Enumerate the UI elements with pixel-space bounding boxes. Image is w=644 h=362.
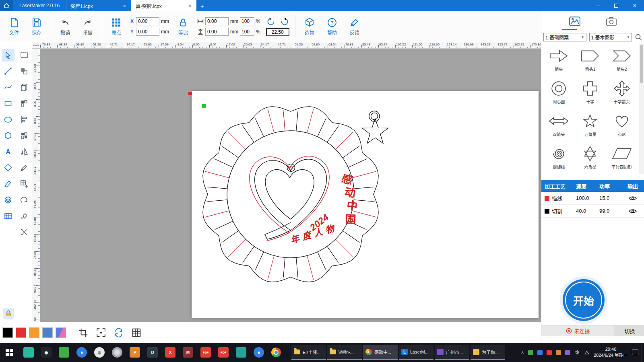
group-tool[interactable] [18, 129, 31, 142]
pattern-library-icon[interactable] [569, 16, 581, 27]
taskbar-app-icon[interactable]: e [254, 347, 264, 358]
array-tool[interactable] [18, 97, 31, 110]
shape-item-arrow[interactable]: 箭头 [543, 43, 574, 76]
maximize-button[interactable] [607, 0, 625, 11]
chrome-icon[interactable] [271, 348, 281, 357]
cut-mark-tool[interactable] [18, 226, 31, 239]
taskbar-app-icon[interactable] [112, 347, 122, 358]
mirror-tool[interactable] [18, 145, 31, 158]
shape-item-star6[interactable]: 六角星 [574, 141, 606, 174]
pen-tool[interactable] [18, 161, 31, 174]
shape-item-spiral[interactable]: 螺旋线 [543, 141, 574, 174]
color-swatch-red[interactable] [16, 327, 26, 338]
visibility-eye-icon[interactable] [629, 196, 637, 201]
fill-tool[interactable] [18, 210, 31, 222]
artboard[interactable]: 感 动 中 国 2024 年度人物 [192, 91, 539, 318]
x-input[interactable] [136, 17, 159, 25]
new-tab-button[interactable]: + [196, 0, 208, 11]
shape-scrollbar[interactable] [639, 43, 644, 174]
create-button[interactable]: 造物 [301, 17, 318, 36]
network-icon[interactable] [584, 350, 590, 355]
visibility-eye-icon[interactable] [629, 209, 637, 214]
taskbar-window-gz[interactable]: 广州市... [435, 345, 469, 360]
lock-tool[interactable] [3, 308, 14, 319]
file-button[interactable]: 文件 [6, 17, 23, 36]
camera-icon[interactable] [606, 16, 617, 26]
node-edit-tool[interactable] [18, 65, 31, 78]
color-swatch-blue[interactable] [42, 327, 53, 338]
shape-item-arrow2[interactable]: 箭头2 [606, 43, 638, 76]
volume-icon[interactable] [574, 350, 580, 355]
diamond-tool[interactable] [2, 161, 14, 174]
knife-tool[interactable] [2, 177, 14, 190]
y-input[interactable] [136, 28, 159, 36]
search-icon[interactable] [635, 33, 642, 41]
tray-app-icon[interactable] [565, 350, 570, 355]
taskbar-app-icon[interactable] [59, 347, 69, 358]
center-focus-icon[interactable] [96, 328, 106, 337]
connection-status[interactable]: 未连接 [541, 325, 615, 336]
shape-item-arrow1[interactable]: 箭头1 [574, 43, 606, 76]
text-tool[interactable]: A [2, 145, 14, 158]
medal-design[interactable]: 感 动 中 国 2024 年度人物 [192, 91, 539, 318]
copy-tool[interactable] [18, 81, 31, 94]
process-row-cut[interactable]: 切割 40.0 99.0 [541, 205, 644, 218]
taskbar-window-wly[interactable]: 为了你... [471, 345, 505, 360]
subcategory-dropdown[interactable]: 1.基本图形 ▼ [589, 33, 632, 41]
taskbar-app-icon[interactable] [236, 347, 246, 358]
origin-marker[interactable] [202, 104, 206, 108]
scrollbar-thumb[interactable] [640, 45, 643, 83]
taskbar-window-lasermaker[interactable]: L LaserM... [399, 345, 433, 360]
taskbar-app-icon[interactable]: ◉ [41, 347, 52, 358]
tray-app-icon[interactable] [537, 350, 543, 355]
offset-tool[interactable] [18, 193, 31, 206]
crop-icon[interactable] [78, 328, 88, 337]
shape-item-concentric-circles[interactable]: 同心圆 [543, 76, 574, 109]
shape-item-cross-arrow[interactable]: 十字箭头 [606, 76, 638, 109]
width-percent-input[interactable] [240, 17, 254, 25]
help-button[interactable]: ? 帮助 [324, 17, 341, 36]
notification-center-icon[interactable] [632, 350, 638, 355]
taskbar-window-browser[interactable]: 感动中... [363, 345, 398, 360]
home-button[interactable] [0, 0, 13, 11]
rotate-ccw-button[interactable] [266, 17, 276, 27]
align-tool[interactable] [18, 113, 31, 126]
tab-close-icon[interactable]: × [187, 3, 192, 9]
taskbar-app-icon[interactable]: ◎ [94, 347, 105, 358]
grid-plus-tool[interactable] [18, 177, 31, 190]
redo-button[interactable]: 重做 [79, 17, 96, 36]
polygon-tool[interactable] [2, 129, 14, 142]
laser-position-marker[interactable] [188, 92, 192, 95]
shape-item-heart[interactable]: 心形 [606, 109, 638, 141]
show-desktop-button[interactable] [642, 343, 644, 362]
rotate-cw-button[interactable] [280, 17, 289, 27]
rectangle-tool[interactable] [2, 97, 14, 110]
taskbar-app-icon[interactable]: PDF [200, 347, 211, 358]
shape-item-cross[interactable]: 十字 [574, 76, 606, 109]
taskbar-app-icon[interactable] [23, 347, 34, 358]
taskbar-app-icon[interactable]: e [76, 347, 87, 358]
curve-tool[interactable] [2, 81, 14, 94]
height-input[interactable] [205, 28, 229, 36]
color-swatch-split[interactable] [56, 327, 66, 338]
feedback-button[interactable]: 反馈 [346, 17, 363, 36]
refresh-view-icon[interactable] [114, 328, 124, 337]
tray-app-icon[interactable] [528, 350, 533, 355]
process-row-outline[interactable]: 描线 100.0 15.0 [541, 192, 644, 205]
taskbar-app-icon[interactable]: M [183, 347, 193, 358]
rotate-angle-input[interactable] [266, 28, 289, 36]
taskbar-app-icon[interactable]: X [165, 347, 175, 358]
tab-close-icon[interactable]: × [122, 3, 127, 9]
ellipse-tool[interactable] [2, 113, 14, 126]
file-tab-2[interactable]: 真·奖牌.lcpx × [131, 0, 196, 11]
tray-expand-icon[interactable]: ∧ [521, 350, 524, 355]
width-input[interactable] [205, 17, 229, 25]
aspect-lock-button[interactable]: 等比 [175, 17, 192, 36]
layers-tool[interactable] [2, 193, 14, 206]
start-button-windows[interactable] [0, 343, 19, 362]
origin-button[interactable]: 原点 [108, 17, 125, 36]
start-button[interactable]: 开始 [563, 279, 605, 321]
taskbar-app-icon[interactable]: PDF [218, 347, 229, 358]
grid-view-icon[interactable] [132, 328, 141, 337]
save-button[interactable]: 保存 [28, 17, 45, 36]
